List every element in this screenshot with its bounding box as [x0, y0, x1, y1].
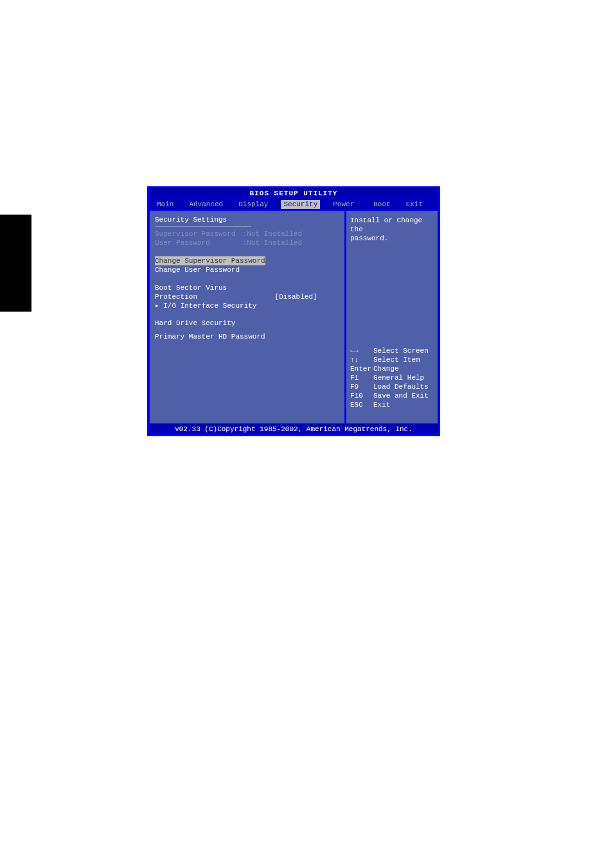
- menu-bar: Main Advanced Display Security Power Boo…: [149, 199, 438, 210]
- supervisor-password-row: Supervisor Password :Not Installed: [155, 229, 339, 238]
- key-desc-select-item: Select Item: [373, 355, 420, 364]
- key-desc-help: General Help: [373, 373, 424, 382]
- key-desc-save-exit: Save and Exit: [373, 391, 429, 400]
- primary-master-hd-password[interactable]: Primary Master HD Password: [155, 332, 339, 341]
- page-dark-thumb: [0, 215, 31, 312]
- footer-text: v02.33 (C)Copyright 1985-2002, American …: [175, 425, 413, 433]
- bios-setup-window: BIOS SETUP UTILITY Main Advanced Display…: [147, 186, 440, 436]
- hard-drive-security-heading: Hard Drive Security: [155, 319, 339, 327]
- user-password-value: :Not Installed: [243, 238, 302, 247]
- key-desc-change: Change: [373, 364, 399, 373]
- user-password-row: User Password :Not Installed: [155, 238, 339, 247]
- boot-sector-row[interactable]: Boot Sector Virus Protection [Disabled]: [155, 283, 339, 301]
- key-desc-select-screen: Select Screen: [373, 346, 429, 355]
- key-row-exit: ESC Exit: [350, 400, 434, 409]
- main-pane: Security Settings Supervisor Password :N…: [149, 210, 345, 424]
- heading-divider: [155, 226, 251, 227]
- change-user-password[interactable]: Change User Password: [155, 265, 339, 274]
- key-enter: Enter: [350, 364, 373, 373]
- menu-advanced[interactable]: Advanced: [186, 200, 226, 209]
- supervisor-password-label: Supervisor Password: [155, 229, 238, 238]
- io-interface-security: I/O Interface Security: [163, 302, 256, 310]
- title-text: BIOS SETUP UTILITY: [250, 190, 338, 197]
- security-settings-heading: Security Settings: [155, 216, 339, 224]
- boot-sector-value: [Disabled]: [275, 292, 317, 301]
- key-row-select-screen: ←→ Select Screen: [350, 346, 434, 355]
- key-row-help: F1 General Help: [350, 373, 434, 382]
- key-row-change: Enter Change: [350, 364, 434, 373]
- key-f10: F10: [350, 391, 373, 400]
- key-row-defaults: F9 Load Defaults: [350, 382, 434, 391]
- menu-display[interactable]: Display: [236, 200, 271, 209]
- key-help-block: ←→ Select Screen ↑↓ Select Item Enter Ch…: [350, 346, 434, 418]
- key-desc-exit: Exit: [373, 400, 390, 409]
- help-text-line2: password.: [350, 234, 434, 243]
- menu-power[interactable]: Power: [330, 200, 357, 209]
- help-text: Install or Change the password.: [350, 216, 434, 243]
- content-area: Security Settings Supervisor Password :N…: [149, 210, 438, 424]
- io-interface-row[interactable]: ▸ I/O Interface Security: [155, 301, 339, 310]
- title-bar: BIOS SETUP UTILITY: [149, 188, 438, 199]
- footer-bar: v02.33 (C)Copyright 1985-2002, American …: [149, 424, 438, 434]
- menu-exit[interactable]: Exit: [404, 200, 425, 209]
- menu-main[interactable]: Main: [154, 200, 176, 209]
- key-desc-defaults: Load Defaults: [373, 382, 429, 391]
- change-supervisor-password[interactable]: Change Supervisor Password: [155, 256, 265, 265]
- user-password-label: User Password: [155, 238, 238, 247]
- submenu-arrow-icon: ▸: [155, 302, 163, 310]
- key-esc: ESC: [350, 400, 373, 409]
- menu-boot[interactable]: Boot: [371, 200, 393, 209]
- boot-sector-label: Boot Sector Virus Protection: [155, 283, 271, 301]
- supervisor-password-value: :Not Installed: [243, 229, 302, 238]
- help-pane: Install or Change the password. ←→ Selec…: [345, 210, 438, 424]
- key-arrows-lr: ←→: [350, 346, 373, 355]
- key-f1: F1: [350, 373, 373, 382]
- key-f9: F9: [350, 382, 373, 391]
- key-row-save-exit: F10 Save and Exit: [350, 391, 434, 400]
- change-supervisor-row[interactable]: Change Supervisor Password: [155, 256, 339, 265]
- key-arrows-ud: ↑↓: [350, 355, 373, 364]
- key-row-select-item: ↑↓ Select Item: [350, 355, 434, 364]
- help-text-line1: Install or Change the: [350, 216, 434, 234]
- menu-security[interactable]: Security: [281, 200, 320, 209]
